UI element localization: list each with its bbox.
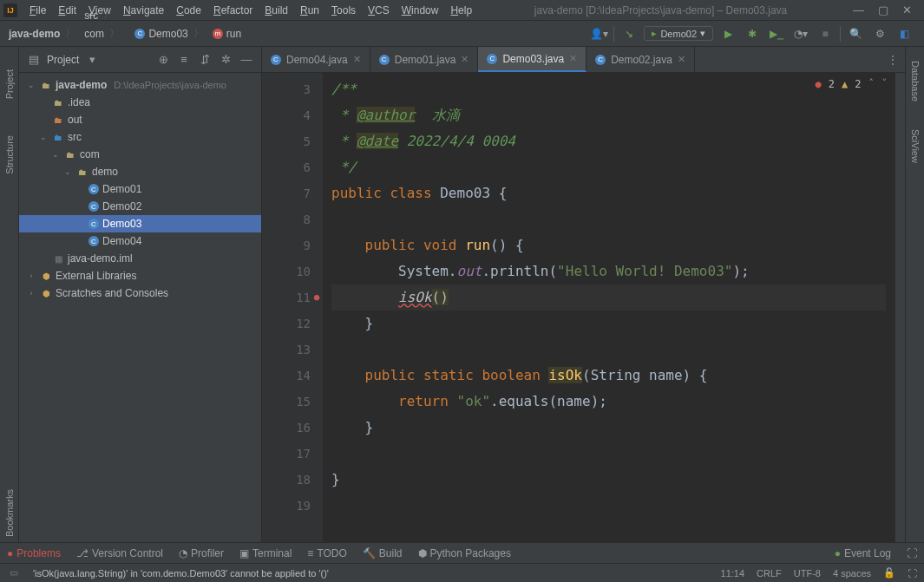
code-editor[interactable]: /** * @author 水滴 * @date 2022/4/4 0004 *… xyxy=(323,73,895,542)
file-encoding[interactable]: UTF-8 xyxy=(794,568,821,579)
tree-node-demo01[interactable]: CDemo01 xyxy=(19,180,261,198)
bottom-tool-terminal[interactable]: ▣Terminal xyxy=(239,547,292,559)
status-extra-icon[interactable]: ⛶ xyxy=(907,547,917,559)
close-tab-icon[interactable]: ✕ xyxy=(569,53,577,64)
inspection-widget[interactable]: ● 2 ▲ 2 ˆ ˇ xyxy=(816,78,888,90)
run-config-selector[interactable]: ▸Demo02▾ xyxy=(644,26,713,41)
learn-icon[interactable]: ◧ xyxy=(895,24,914,43)
coverage-button-icon[interactable]: ▶⎯ xyxy=(767,24,786,43)
code-line-13[interactable] xyxy=(331,337,886,363)
breadcrumb-method[interactable]: mrun xyxy=(209,26,245,42)
select-opened-file-icon[interactable]: ⊕ xyxy=(155,52,171,68)
editor-tab-demo03-java[interactable]: CDemo03.java✕ xyxy=(478,47,587,72)
project-dropdown-icon[interactable]: ▾ xyxy=(84,52,100,68)
readonly-lock-icon[interactable]: 🔓 xyxy=(883,567,895,579)
memory-indicator-icon[interactable]: ⛶ xyxy=(908,568,917,579)
event-log-button[interactable]: ●Event Log xyxy=(835,547,891,559)
tree-root[interactable]: ⌄🖿java-demoD:\IdeaProjects\java-demo xyxy=(19,76,261,94)
code-line-11[interactable]: isOk() xyxy=(331,284,886,311)
menu-run[interactable]: Run xyxy=(295,3,324,18)
code-line-9[interactable]: public void run() { xyxy=(331,232,886,258)
code-line-14[interactable]: public static boolean isOk(String name) … xyxy=(331,363,886,389)
close-button[interactable]: ✕ xyxy=(902,3,912,16)
bottom-tool-build[interactable]: 🔨Build xyxy=(363,547,403,559)
add-config-icon[interactable]: 👤▾ xyxy=(589,24,608,43)
collapse-all-icon[interactable]: ⇵ xyxy=(197,52,213,68)
tree-node-demo04[interactable]: CDemo04 xyxy=(19,232,261,250)
indent-settings[interactable]: 4 spaces xyxy=(833,568,871,579)
inspection-nav-down-icon[interactable]: ˇ xyxy=(881,78,888,90)
tool-stripe-structure[interactable]: Structure xyxy=(4,130,15,180)
menu-tools[interactable]: Tools xyxy=(326,3,361,18)
tree-node-demo02[interactable]: CDemo02 xyxy=(19,198,261,215)
tree-libs[interactable]: ›⬢External Libraries xyxy=(19,267,261,284)
close-tab-icon[interactable]: ✕ xyxy=(461,54,469,65)
project-settings-gear-icon[interactable]: ✲ xyxy=(218,52,233,68)
hide-panel-icon[interactable]: — xyxy=(239,52,254,68)
code-line-5[interactable]: * @date 2022/4/4 0004 xyxy=(331,128,886,154)
run-button-icon[interactable]: ▶ xyxy=(718,24,737,43)
search-everywhere-icon[interactable]: 🔍 xyxy=(846,24,865,43)
bottom-tool-profiler[interactable]: ◔Profiler xyxy=(179,547,224,559)
inspection-nav-up-icon[interactable]: ˆ xyxy=(868,78,875,90)
profile-button-icon[interactable]: ◔▾ xyxy=(791,24,810,43)
tree-node-com[interactable]: ⌄🖿com xyxy=(19,146,261,163)
debug-button-icon[interactable]: ✱ xyxy=(743,24,762,43)
minimize-button[interactable]: — xyxy=(853,3,864,16)
editor-tab-demo02-java[interactable]: CDemo02.java✕ xyxy=(587,47,695,72)
line-separator[interactable]: CRLF xyxy=(757,568,782,579)
code-line-16[interactable]: } xyxy=(331,415,886,441)
tree-node-src[interactable]: ⌄🖿src xyxy=(19,128,261,146)
code-line-19[interactable] xyxy=(331,493,886,519)
tree-node-out[interactable]: 🖿out xyxy=(19,111,261,128)
tool-stripe-bookmarks[interactable]: Bookmarks xyxy=(4,484,15,542)
editor-tab-demo01-java[interactable]: CDemo01.java✕ xyxy=(370,47,479,72)
code-line-7[interactable]: public class Demo03 { xyxy=(331,180,886,206)
tree-node-demo[interactable]: ⌄🖿demo xyxy=(19,163,261,180)
bottom-tool-todo[interactable]: ≡TODO xyxy=(307,547,346,559)
code-line-3[interactable]: /** xyxy=(331,76,886,102)
tool-stripe-project[interactable]: Project xyxy=(4,64,15,104)
tree-node--idea[interactable]: 🖿.idea xyxy=(19,94,261,111)
maximize-button[interactable]: ▢ xyxy=(878,3,888,16)
project-tree[interactable]: ⌄🖿java-demoD:\IdeaProjects\java-demo🖿.id… xyxy=(19,73,261,542)
close-tab-icon[interactable]: ✕ xyxy=(678,54,685,65)
code-line-4[interactable]: * @author 水滴 xyxy=(331,102,886,128)
tree-node-java-demo-iml[interactable]: ▦java-demo.iml xyxy=(19,250,261,267)
build-hammer-icon[interactable]: ↘ xyxy=(619,24,639,43)
status-quickwindow-icon[interactable]: ▭ xyxy=(7,567,21,579)
breadcrumb-class[interactable]: CDemo03〉 xyxy=(131,24,208,43)
editor-tab-demo04-java[interactable]: CDemo04.java✕ xyxy=(262,47,370,72)
bottom-tool-python-packages[interactable]: ⬢Python Packages xyxy=(418,547,511,559)
menu-help[interactable]: Help xyxy=(445,3,477,18)
breadcrumb-project[interactable]: java-demo〉 xyxy=(5,24,81,43)
menu-refactor[interactable]: Refactor xyxy=(208,3,258,18)
caret-position[interactable]: 11:14 xyxy=(721,568,745,579)
menu-vcs[interactable]: VCS xyxy=(363,3,395,18)
editor-body[interactable]: 345678910111213141516171819 ● /** * @aut… xyxy=(262,73,905,542)
menu-code[interactable]: Code xyxy=(171,3,206,18)
code-line-10[interactable]: System.out.println("Hello World! Demo03"… xyxy=(331,258,886,284)
bottom-tool-version-control[interactable]: ⎇Version Control xyxy=(76,547,163,559)
breadcrumb-src[interactable]: src〉 xyxy=(81,6,131,24)
menu-edit[interactable]: Edit xyxy=(53,3,82,18)
menu-file[interactable]: File xyxy=(24,3,51,18)
code-line-6[interactable]: */ xyxy=(331,154,886,180)
menu-build[interactable]: Build xyxy=(259,3,293,18)
bottom-tool-problems[interactable]: ●Problems xyxy=(7,547,61,559)
tree-scratches[interactable]: ›⬢Scratches and Consoles xyxy=(19,284,261,302)
code-line-15[interactable]: return "ok".equals(name); xyxy=(331,389,886,415)
code-line-8[interactable] xyxy=(331,206,886,232)
stop-button-icon[interactable]: ■ xyxy=(816,24,835,43)
code-line-18[interactable]: } xyxy=(331,467,886,493)
editor-scrollbar[interactable] xyxy=(895,73,905,542)
tool-stripe-sciview[interactable]: SciView xyxy=(910,124,921,168)
editor-gutter[interactable]: 345678910111213141516171819 ● xyxy=(262,73,323,542)
tabs-menu-icon[interactable]: ⋮ xyxy=(881,47,905,72)
code-line-17[interactable] xyxy=(331,441,886,467)
breadcrumb-com[interactable]: com〉 xyxy=(81,24,131,43)
tool-stripe-database[interactable]: Database xyxy=(910,56,921,107)
expand-all-icon[interactable]: ≡ xyxy=(176,52,192,68)
menu-window[interactable]: Window xyxy=(396,3,444,18)
project-view-icon[interactable]: ▤ xyxy=(26,52,42,68)
